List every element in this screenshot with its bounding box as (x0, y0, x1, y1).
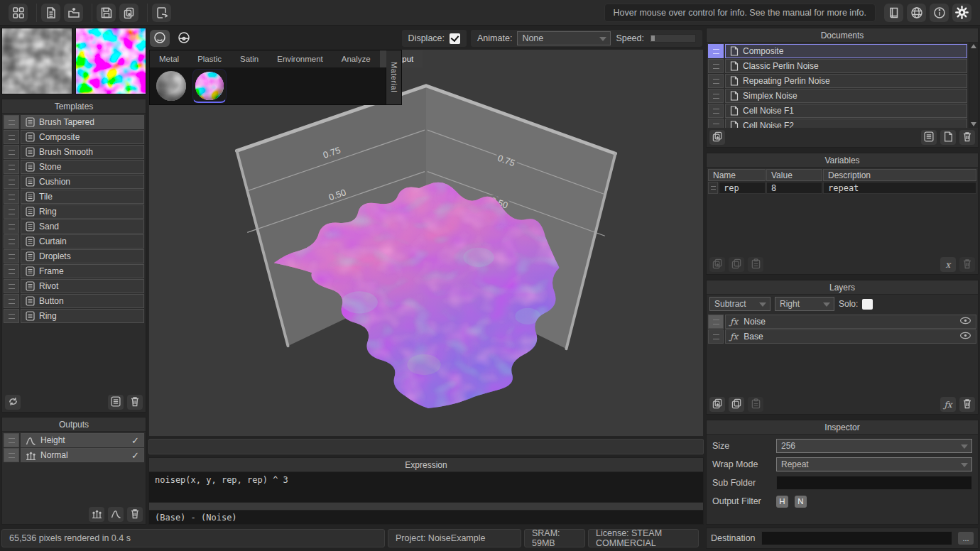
website-button[interactable] (907, 4, 926, 22)
variable-description[interactable]: repeat (823, 182, 976, 194)
drag-handle-icon[interactable] (4, 175, 19, 189)
export-button[interactable] (152, 4, 171, 22)
grid-view-button[interactable] (9, 4, 28, 22)
normal-sphere-thumbnail[interactable] (192, 69, 227, 103)
scroll-up-icon[interactable] (971, 44, 976, 48)
drag-handle-icon[interactable] (4, 219, 19, 234)
material-tab[interactable]: Plastic (188, 50, 231, 67)
document-item[interactable]: Classic Perlin Noise (708, 59, 967, 73)
new-document-button[interactable] (940, 130, 956, 145)
drag-handle-icon[interactable] (4, 294, 19, 308)
delete-layer-button[interactable] (959, 397, 975, 412)
drag-handle-icon[interactable] (708, 104, 724, 118)
add-normal-output-button[interactable] (89, 507, 104, 522)
document-item[interactable]: Composite (708, 44, 967, 58)
speed-slider-handle[interactable] (651, 36, 655, 41)
3d-viewport[interactable]: 0.75 0.50 0.75 0.50 (148, 49, 704, 437)
new-document-button[interactable] (41, 4, 60, 22)
visibility-eye-icon[interactable] (959, 317, 971, 327)
delete-variable-button[interactable] (959, 257, 975, 272)
template-item[interactable]: Ring (4, 204, 144, 219)
drag-handle-icon[interactable] (708, 182, 718, 194)
animate-select[interactable]: None (517, 31, 611, 45)
drag-handle-icon[interactable] (4, 234, 19, 249)
drag-handle-icon[interactable] (708, 44, 724, 58)
height-preview-thumbnail[interactable] (1, 28, 72, 94)
drag-handle-icon[interactable] (4, 204, 19, 219)
drag-handle-icon[interactable] (708, 119, 724, 128)
duplicate-document-button[interactable] (709, 130, 725, 145)
height-sphere-thumbnail[interactable] (154, 69, 188, 103)
drag-handle-icon[interactable] (4, 433, 19, 447)
solo-checkbox[interactable] (862, 299, 873, 310)
template-item[interactable]: Brush Smooth (4, 145, 144, 159)
settings-button[interactable] (952, 4, 971, 22)
material-tab[interactable]: Environment (268, 50, 332, 67)
paste-variable-button[interactable] (748, 257, 763, 272)
template-item[interactable]: Droplets (4, 249, 144, 263)
template-item[interactable]: Frame (4, 264, 144, 278)
drag-handle-icon[interactable] (4, 115, 19, 129)
template-item[interactable]: Rivot (4, 279, 144, 293)
material-tab[interactable]: Metal (150, 50, 188, 67)
copy-layer-button[interactable] (729, 397, 744, 412)
material-tab[interactable]: Analyze (332, 50, 380, 67)
manual-button[interactable] (884, 4, 903, 22)
duplicate-variable-button[interactable] (709, 257, 725, 272)
sub-folder-input[interactable] (776, 476, 972, 490)
drag-handle-icon[interactable] (4, 279, 19, 293)
layer-item-noise[interactable]: ƒx Noise (708, 315, 976, 329)
duplicate-button[interactable] (119, 4, 138, 22)
material-tab[interactable]: Satin (231, 50, 268, 67)
filter-h-button[interactable]: H (776, 496, 788, 508)
delete-document-button[interactable] (959, 130, 975, 145)
delete-output-button[interactable] (127, 507, 143, 522)
browse-button[interactable]: ... (958, 532, 974, 545)
drag-handle-icon[interactable] (4, 145, 19, 159)
drag-handle-icon[interactable] (708, 59, 724, 73)
info-button[interactable] (930, 4, 949, 22)
template-item[interactable]: Cushion (4, 175, 144, 189)
open-button[interactable] (64, 4, 83, 22)
template-item[interactable]: Sand (4, 219, 144, 234)
output-item-normal[interactable]: Normal ✓ (4, 448, 144, 462)
template-item[interactable]: Stone (4, 160, 144, 174)
drag-handle-icon[interactable] (4, 264, 19, 278)
document-item[interactable]: Cell Noise F2 (708, 119, 967, 128)
layer-item-base[interactable]: ƒx Base (708, 329, 976, 344)
drag-handle-icon[interactable] (4, 130, 19, 144)
blend-mode-select[interactable]: Subtract (709, 297, 771, 311)
viewport-scroll-strip[interactable] (148, 439, 704, 454)
template-item[interactable]: Button (4, 294, 144, 308)
add-height-output-button[interactable] (108, 507, 124, 522)
template-item[interactable]: Brush Tapered (4, 115, 144, 129)
material-side-tab[interactable]: Material (386, 50, 402, 105)
save-button[interactable] (97, 4, 116, 22)
drag-handle-icon[interactable] (708, 89, 724, 103)
document-item[interactable]: Cell Noise F1 (708, 104, 967, 118)
output-item-height[interactable]: Height ✓ (4, 433, 144, 447)
scroll-down-icon[interactable] (971, 122, 976, 126)
document-item[interactable]: Repeating Perlin Noise (708, 74, 967, 88)
duplicate-layer-button[interactable] (709, 397, 725, 412)
drag-handle-icon[interactable] (4, 160, 19, 174)
drag-handle-icon[interactable] (4, 249, 19, 263)
paste-layer-button[interactable] (748, 397, 763, 412)
normal-preview-thumbnail[interactable] (75, 28, 146, 94)
document-item[interactable]: Simplex Noise (708, 89, 967, 103)
add-variable-button[interactable]: x (940, 257, 956, 272)
variable-row[interactable]: rep 8 repeat (708, 182, 976, 194)
drag-handle-icon[interactable] (708, 315, 724, 329)
expression-editor[interactable]: noisep(x, y, rep, rep) ^ 3 (149, 472, 703, 502)
template-item[interactable]: Curtain (4, 234, 144, 249)
size-select[interactable]: 256 (776, 439, 972, 453)
destination-input[interactable] (761, 531, 952, 545)
variable-name[interactable]: rep (719, 182, 766, 194)
wrap-mode-select[interactable]: Repeat (776, 457, 972, 471)
drag-handle-icon[interactable] (4, 309, 19, 323)
copy-variable-button[interactable] (729, 257, 744, 272)
save-template-button[interactable] (108, 395, 124, 410)
drag-handle-icon[interactable] (708, 74, 724, 88)
sphere-cut-view-button[interactable] (174, 30, 194, 47)
variable-value[interactable]: 8 (766, 182, 822, 194)
